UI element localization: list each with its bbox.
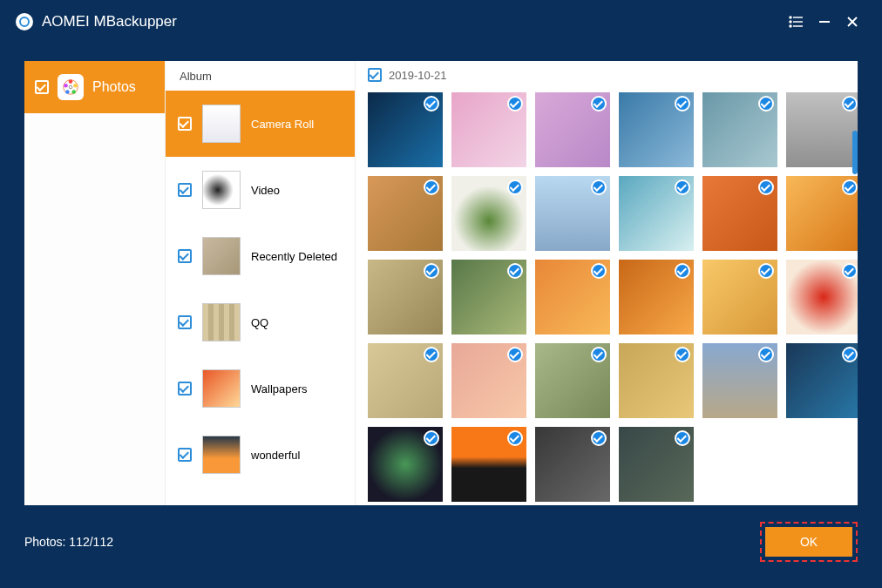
photo-thumbnail[interactable] [786, 176, 858, 251]
photo-thumbnail[interactable] [451, 176, 526, 251]
minimize-button[interactable] [811, 8, 838, 36]
photo-thumbnail[interactable] [619, 260, 694, 335]
album-item-video[interactable]: Video [166, 157, 355, 223]
selected-check-icon[interactable] [507, 179, 523, 195]
main-panel: Photos Album Camera RollVideoRecently De… [24, 61, 858, 505]
album-thumbnail [202, 369, 241, 408]
selected-check-icon[interactable] [507, 263, 523, 279]
photo-thumbnail[interactable] [535, 427, 610, 502]
selected-check-icon[interactable] [758, 96, 774, 112]
selected-check-icon[interactable] [758, 347, 774, 362]
album-item-recently-deleted[interactable]: Recently Deleted [166, 223, 355, 289]
photo-thumbnail[interactable] [702, 176, 777, 251]
selected-check-icon[interactable] [507, 430, 523, 446]
photo-thumbnail[interactable] [702, 92, 777, 167]
app-title: AOMEI MBackupper [42, 13, 177, 30]
close-button[interactable] [838, 8, 866, 36]
photo-thumbnail[interactable] [451, 343, 526, 418]
sidebar-item-label: Photos [92, 79, 136, 95]
photo-thumbnail[interactable] [702, 260, 777, 335]
checkbox-icon[interactable] [178, 448, 192, 462]
checkbox-icon[interactable] [368, 68, 382, 82]
photo-counter: Photos: 112/112 [24, 535, 113, 549]
selected-check-icon[interactable] [424, 179, 439, 195]
selected-check-icon[interactable] [424, 430, 439, 446]
album-label: Video [251, 184, 280, 197]
photo-thumbnail[interactable] [786, 260, 858, 335]
photo-thumbnail[interactable] [786, 343, 858, 418]
selected-check-icon[interactable] [758, 263, 774, 279]
photo-thumbnail[interactable] [702, 343, 777, 418]
selected-check-icon[interactable] [424, 347, 439, 362]
selected-check-icon[interactable] [424, 263, 439, 279]
checkbox-icon[interactable] [178, 117, 192, 131]
photos-icon [58, 74, 84, 100]
checkbox-icon[interactable] [35, 80, 49, 94]
selected-check-icon[interactable] [424, 96, 439, 112]
selected-check-icon[interactable] [591, 430, 607, 446]
checkbox-icon[interactable] [178, 382, 192, 395]
photo-thumbnail[interactable] [619, 427, 694, 502]
photo-thumbnail[interactable] [619, 343, 694, 418]
selected-check-icon[interactable] [675, 347, 690, 362]
album-label: Recently Deleted [251, 250, 337, 263]
app-logo-icon [16, 13, 33, 30]
album-thumbnail [202, 436, 241, 474]
photo-thumbnail[interactable] [368, 176, 443, 251]
photo-thumbnail[interactable] [451, 92, 526, 167]
scrollbar-thumb[interactable] [852, 131, 858, 174]
album-label: Wallpapers [251, 382, 308, 395]
menu-list-icon[interactable] [783, 8, 811, 36]
date-label: 2019-10-21 [389, 69, 447, 82]
date-group-header[interactable]: 2019-10-21 [356, 61, 858, 89]
checkbox-icon[interactable] [178, 183, 192, 197]
selected-check-icon[interactable] [507, 347, 523, 362]
svg-point-15 [69, 85, 72, 89]
selected-check-icon[interactable] [675, 263, 690, 279]
photo-thumbnail[interactable] [535, 260, 610, 335]
svg-point-3 [790, 17, 791, 18]
checkbox-icon[interactable] [178, 249, 192, 263]
selected-check-icon[interactable] [591, 96, 607, 112]
scrollbar[interactable] [851, 61, 858, 505]
ok-button[interactable]: OK [765, 527, 852, 557]
svg-point-5 [790, 25, 791, 27]
photo-thumbnail[interactable] [535, 343, 610, 418]
selected-check-icon[interactable] [591, 179, 607, 195]
selected-check-icon[interactable] [675, 179, 690, 195]
titlebar: AOMEI MBackupper [0, 0, 882, 44]
selected-check-icon[interactable] [675, 96, 690, 112]
album-item-qq[interactable]: QQ [166, 289, 355, 355]
photo-thumbnail[interactable] [786, 92, 858, 167]
photo-thumbnail[interactable] [368, 427, 443, 502]
photo-grid-panel: 2019-10-21 [356, 61, 858, 505]
photo-thumbnail[interactable] [451, 260, 526, 335]
photo-thumbnail[interactable] [619, 92, 694, 167]
ok-highlight: OK [760, 522, 858, 562]
selected-check-icon[interactable] [591, 347, 607, 362]
selected-check-icon[interactable] [507, 96, 523, 112]
album-label: Camera Roll [251, 118, 314, 131]
photo-thumbnail[interactable] [535, 176, 610, 251]
sidebar-item-photos[interactable]: Photos [24, 61, 165, 113]
selected-check-icon[interactable] [591, 263, 607, 279]
album-thumbnail [202, 237, 241, 275]
svg-point-11 [73, 84, 78, 88]
photo-thumbnail[interactable] [619, 176, 694, 251]
album-item-wonderful[interactable]: wonderful [166, 422, 355, 488]
photo-thumbnail[interactable] [368, 92, 443, 167]
photo-grid [356, 89, 858, 505]
selected-check-icon[interactable] [675, 430, 690, 446]
album-item-wallpapers[interactable]: Wallpapers [166, 355, 355, 422]
photo-thumbnail[interactable] [368, 343, 443, 418]
album-thumbnail [202, 303, 241, 341]
album-item-camera-roll[interactable]: Camera Roll [166, 91, 355, 157]
svg-point-12 [71, 90, 76, 94]
photo-thumbnail[interactable] [368, 260, 443, 335]
selected-check-icon[interactable] [758, 179, 774, 195]
photo-thumbnail[interactable] [451, 427, 526, 502]
checkbox-icon[interactable] [178, 315, 192, 329]
album-thumbnail [202, 105, 241, 143]
album-list: Album Camera RollVideoRecently DeletedQQ… [166, 61, 356, 505]
photo-thumbnail[interactable] [535, 92, 610, 167]
